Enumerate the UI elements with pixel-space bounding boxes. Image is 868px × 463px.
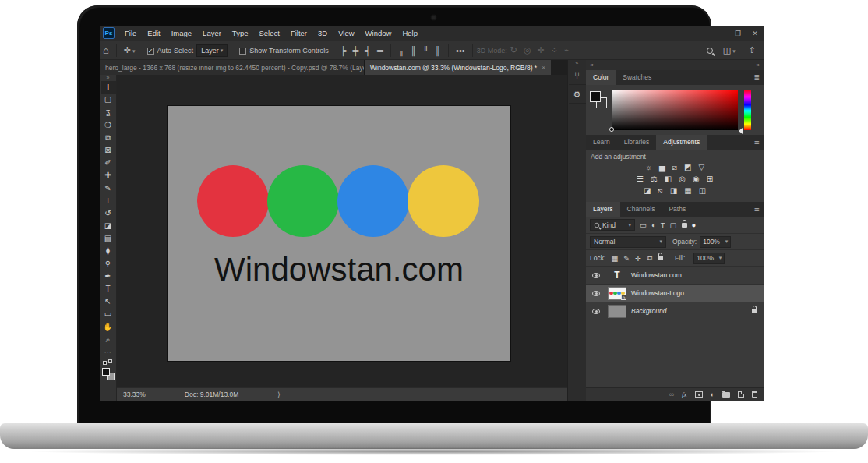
- channel-mixer-icon[interactable]: ◉: [693, 173, 700, 185]
- edit-toolbar-icon[interactable]: ⋯: [101, 346, 116, 359]
- foreground-color-swatch[interactable]: [102, 368, 110, 376]
- background-layer-thumbnail[interactable]: [608, 305, 626, 318]
- shape-layer-filter-icon[interactable]: ▢: [670, 221, 677, 229]
- opacity-field[interactable]: 100%▾: [700, 236, 731, 248]
- distribute-horizontal-icon[interactable]: ║: [432, 46, 444, 55]
- home-icon[interactable]: ⌂: [100, 44, 112, 56]
- brush-tool[interactable]: ✎: [101, 182, 116, 195]
- vibrance-icon[interactable]: ▽: [699, 161, 705, 173]
- crop-tool[interactable]: ⧉: [101, 132, 116, 144]
- frame-tool[interactable]: ⊠: [101, 144, 116, 157]
- status-chevron-icon[interactable]: ⟩: [246, 391, 280, 398]
- auto-select-target-dropdown[interactable]: Layer▾: [196, 44, 228, 57]
- menu-type[interactable]: Type: [227, 26, 254, 41]
- hand-tool[interactable]: ✋: [101, 321, 116, 334]
- zoom-tool[interactable]: ⌕: [101, 334, 116, 346]
- eraser-tool[interactable]: ◪: [101, 220, 116, 232]
- tab-learn[interactable]: Learn: [586, 135, 617, 150]
- close-button[interactable]: ✕: [746, 26, 764, 41]
- delete-layer-icon[interactable]: [752, 391, 757, 398]
- layer-mask-icon[interactable]: [695, 391, 703, 398]
- align-left-icon[interactable]: ╞: [337, 46, 350, 55]
- photoshop-logo-icon[interactable]: Ps: [103, 27, 115, 39]
- align-bottom-icon[interactable]: ╨: [419, 46, 432, 55]
- visibility-eye-icon[interactable]: [592, 309, 600, 314]
- toolbar-collapse-icon[interactable]: »: [107, 75, 110, 81]
- hue-saturation-icon[interactable]: ☰: [637, 173, 644, 185]
- menu-image[interactable]: Image: [166, 26, 197, 41]
- photo-filter-icon[interactable]: ◎: [679, 173, 686, 185]
- tab-swatches[interactable]: Swatches: [616, 70, 658, 85]
- new-layer-icon[interactable]: [738, 391, 744, 398]
- menu-filter[interactable]: Filter: [285, 26, 312, 41]
- type-layer-filter-icon[interactable]: T: [661, 221, 665, 229]
- eyedropper-tool[interactable]: ✐: [101, 157, 116, 169]
- layer-style-icon[interactable]: fx: [682, 391, 687, 398]
- minimize-button[interactable]: –: [712, 26, 729, 41]
- history-panel-icon[interactable]: ⑂: [569, 66, 586, 85]
- panel-menu-icon[interactable]: ≣: [753, 202, 764, 217]
- menu-view[interactable]: View: [333, 26, 359, 41]
- menu-window[interactable]: Window: [360, 26, 397, 41]
- show-transform-checkbox[interactable]: [239, 48, 246, 55]
- more-options-icon[interactable]: •••: [453, 46, 468, 55]
- visibility-eye-icon[interactable]: [592, 291, 600, 296]
- lasso-tool[interactable]: ʓ: [101, 106, 116, 118]
- gradient-map-icon[interactable]: ▦: [684, 185, 691, 196]
- dodge-tool[interactable]: ⚲: [101, 258, 116, 270]
- zoom-level-field[interactable]: 33.33%: [117, 391, 153, 398]
- adjustment-layer-icon[interactable]: ◐: [711, 391, 715, 398]
- object-selection-tool[interactable]: ❍: [101, 119, 116, 132]
- align-top-icon[interactable]: ╥: [395, 46, 408, 55]
- move-tool-icon[interactable]: ✛▾: [121, 45, 139, 55]
- lock-transparent-icon[interactable]: ▦: [611, 254, 618, 263]
- menu-layer[interactable]: Layer: [197, 26, 227, 41]
- search-icon[interactable]: [707, 48, 713, 54]
- invert-icon[interactable]: ◪: [644, 185, 651, 196]
- color-panel-swatches[interactable]: [590, 91, 609, 110]
- blur-tool[interactable]: ⧫: [101, 245, 116, 257]
- menu-3d[interactable]: 3D: [312, 26, 333, 41]
- layer-row-text[interactable]: T Windowstan.com: [586, 267, 764, 285]
- foreground-background-swatches[interactable]: [102, 368, 115, 380]
- menu-edit[interactable]: Edit: [142, 26, 165, 41]
- canvas-area[interactable]: Windowstan.com: [117, 75, 567, 387]
- selective-color-icon[interactable]: ◫: [699, 185, 706, 196]
- distribute-vertical-icon[interactable]: ╫: [408, 46, 420, 55]
- menu-file[interactable]: File: [119, 26, 142, 41]
- lock-position-icon[interactable]: ✛: [635, 254, 641, 263]
- tab-paths[interactable]: Paths: [662, 202, 693, 217]
- saturation-brightness-picker[interactable]: [612, 90, 738, 130]
- smart-object-thumbnail[interactable]: ⧉: [608, 287, 626, 300]
- blend-mode-dropdown[interactable]: Normal▾: [590, 236, 666, 248]
- restore-button[interactable]: ❐: [729, 26, 746, 41]
- levels-icon[interactable]: ▅: [659, 161, 665, 173]
- posterize-icon[interactable]: ⧅: [658, 185, 662, 196]
- brightness-contrast-icon[interactable]: ☼: [645, 161, 652, 173]
- panel-menu-icon[interactable]: ≣: [753, 135, 764, 150]
- link-layers-icon[interactable]: ∞: [669, 391, 674, 398]
- lock-all-icon[interactable]: [658, 256, 663, 260]
- rectangle-tool[interactable]: ▭: [101, 308, 116, 320]
- move-tool[interactable]: ✛: [101, 81, 116, 94]
- healing-brush-tool[interactable]: ✚: [101, 169, 116, 182]
- layer-filter-dropdown[interactable]: Kind ▾: [590, 219, 635, 231]
- panel-menu-icon[interactable]: ≣: [753, 70, 764, 85]
- artboard[interactable]: Windowstan.com: [168, 106, 510, 361]
- adjustment-layer-filter-icon[interactable]: ◐: [651, 221, 656, 229]
- tab-layers[interactable]: Layers: [586, 202, 620, 217]
- color-balance-icon[interactable]: ⚖: [651, 173, 658, 185]
- auto-select-checkbox[interactable]: ✓: [147, 48, 154, 55]
- tab-channels[interactable]: Channels: [620, 202, 662, 217]
- type-tool[interactable]: T: [101, 283, 116, 295]
- new-group-icon[interactable]: [722, 392, 730, 398]
- exposure-icon[interactable]: ◩: [684, 161, 691, 173]
- tab-color[interactable]: Color: [586, 70, 616, 85]
- threshold-icon[interactable]: ◨: [670, 185, 677, 196]
- default-colors-icon[interactable]: [103, 359, 114, 366]
- black-white-icon[interactable]: ◧: [665, 173, 672, 185]
- tab-libraries[interactable]: Libraries: [617, 135, 657, 150]
- share-icon[interactable]: ⇧: [746, 45, 759, 55]
- gradient-tool[interactable]: ▤: [101, 232, 116, 245]
- color-lookup-icon[interactable]: ⊞: [707, 173, 713, 185]
